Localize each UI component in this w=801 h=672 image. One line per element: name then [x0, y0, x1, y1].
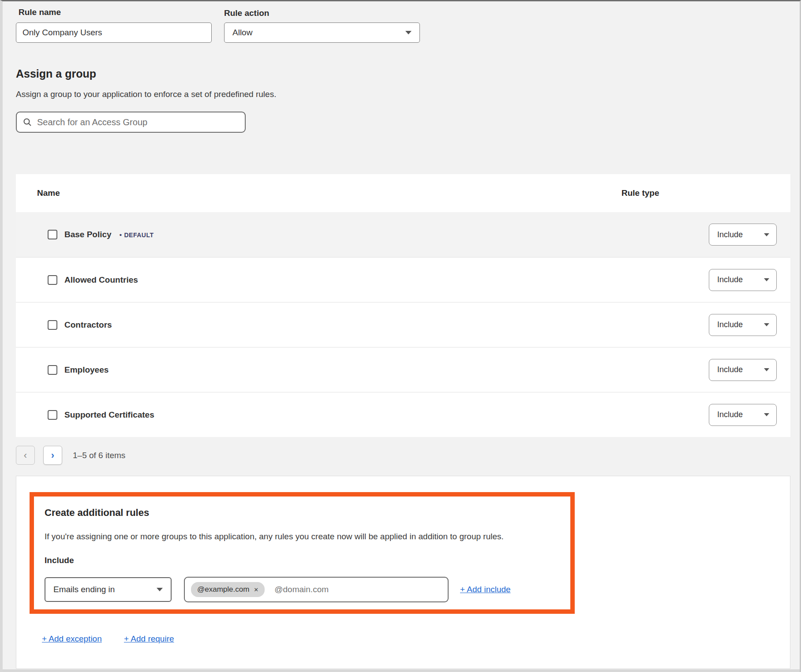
search-input[interactable]	[37, 117, 239, 127]
row-checkbox[interactable]	[48, 275, 57, 285]
remove-chip-icon[interactable]: ✕	[254, 586, 258, 593]
email-domains-input[interactable]: @example.com ✕ @domain.com	[184, 577, 449, 602]
email-chip: @example.com ✕	[191, 582, 265, 597]
assign-group-description: Assign a group to your application to en…	[16, 90, 276, 99]
bottom-frame	[3, 669, 801, 672]
pagination: ‹ › 1–5 of 6 items	[16, 446, 125, 465]
pagination-summary: 1–5 of 6 items	[73, 451, 125, 460]
row-checkbox[interactable]	[48, 410, 57, 420]
table-header-row: Name Rule type	[16, 174, 790, 212]
rule-action-label: Rule action	[224, 8, 269, 18]
create-rules-card: Create additional rules If you're assign…	[16, 476, 790, 669]
rule-type-select[interactable]: Include	[709, 359, 777, 381]
chevron-down-icon	[764, 368, 769, 371]
create-rules-description: If you're assigning one or more groups t…	[45, 532, 560, 541]
next-page-button[interactable]: ›	[43, 446, 62, 465]
table-row: Base Policy •DEFAULT Include	[16, 212, 790, 257]
rule-action-value: Allow	[232, 28, 252, 37]
add-include-link[interactable]: + Add include	[460, 585, 511, 594]
rule-selector[interactable]: Emails ending in	[45, 577, 172, 602]
chevron-down-icon	[157, 588, 163, 591]
chevron-down-icon	[764, 278, 769, 281]
column-header-rule-type: Rule type	[621, 188, 790, 198]
chevron-left-icon: ‹	[24, 450, 27, 461]
rule-name-label: Rule name	[19, 7, 61, 17]
rule-type-select[interactable]: Include	[709, 269, 777, 291]
chevron-down-icon	[405, 31, 412, 34]
row-checkbox[interactable]	[48, 320, 57, 330]
create-rules-heading: Create additional rules	[45, 507, 560, 519]
column-header-name: Name	[16, 188, 621, 198]
email-input-placeholder: @domain.com	[274, 585, 329, 594]
search-icon	[23, 118, 32, 127]
row-name: Allowed Countries	[64, 275, 138, 285]
chevron-down-icon	[764, 323, 769, 326]
table-row: Contractors Include	[16, 302, 790, 347]
access-group-search[interactable]	[16, 112, 246, 133]
include-rule-row: Emails ending in @example.com ✕ @domain.…	[45, 577, 560, 602]
rule-type-select[interactable]: Include	[709, 404, 777, 426]
row-name: Employees	[64, 365, 109, 375]
rule-type-select[interactable]: Include	[709, 224, 777, 246]
row-name: Supported Certificates	[64, 410, 154, 420]
access-group-table: Name Rule type Base Policy •DEFAULT Incl…	[16, 174, 790, 437]
chevron-right-icon: ›	[51, 450, 54, 461]
rule-type-select[interactable]: Include	[709, 314, 777, 336]
rule-name-input[interactable]	[16, 22, 212, 43]
rule-action-select[interactable]: Allow	[224, 22, 420, 43]
table-row: Allowed Countries Include	[16, 257, 790, 302]
table-row: Supported Certificates Include	[16, 392, 790, 437]
highlight-annotation-box: Create additional rules If you're assign…	[30, 492, 575, 614]
add-exception-link[interactable]: + Add exception	[42, 634, 102, 644]
default-badge: •DEFAULT	[120, 231, 154, 239]
row-name: Base Policy	[64, 230, 112, 239]
row-name: Contractors	[64, 320, 112, 330]
badge-dot: •	[120, 231, 122, 239]
add-require-link[interactable]: + Add require	[124, 634, 174, 644]
assign-group-heading: Assign a group	[16, 67, 96, 80]
row-checkbox[interactable]	[48, 365, 57, 375]
chevron-down-icon	[764, 413, 769, 416]
include-label: Include	[45, 556, 560, 565]
row-checkbox[interactable]	[48, 230, 57, 239]
chevron-down-icon	[764, 233, 769, 236]
table-row: Employees Include	[16, 347, 790, 392]
previous-page-button[interactable]: ‹	[16, 446, 35, 465]
rule-selector-value: Emails ending in	[53, 585, 115, 594]
